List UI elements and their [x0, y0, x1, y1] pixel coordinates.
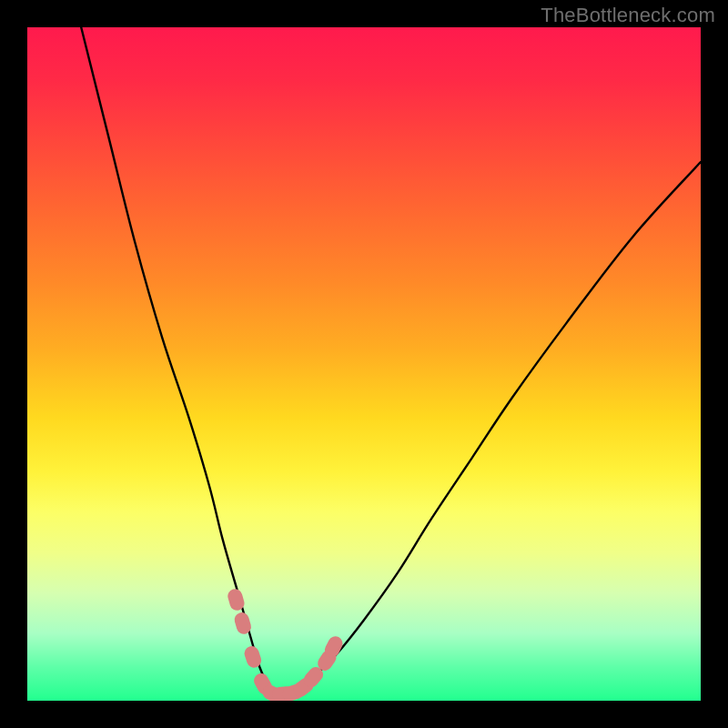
- chart-frame: TheBottleneck.com: [0, 0, 728, 728]
- curve-svg: [27, 27, 701, 701]
- bottleneck-curve: [81, 27, 701, 695]
- plot-area: [27, 27, 701, 701]
- watermark-text: TheBottleneck.com: [541, 4, 715, 27]
- marker-group: [226, 587, 345, 701]
